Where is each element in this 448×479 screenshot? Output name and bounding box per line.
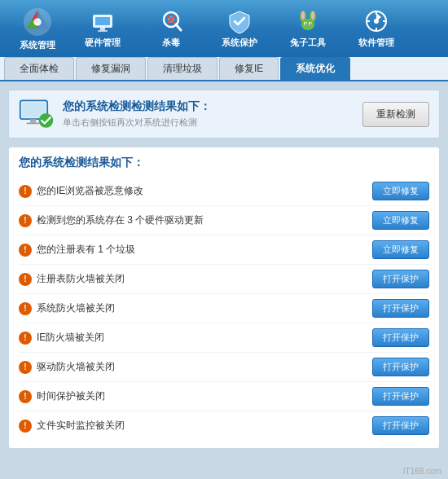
result-row-1: ! 检测到您的系统存在 3 个硬件驱动更新 立即修复 (19, 206, 429, 235)
row-text-1: 检测到您的系统存在 3 个硬件驱动更新 (37, 213, 204, 227)
svg-line-7 (176, 24, 181, 30)
nav-item-protect[interactable]: 系统保护 (207, 4, 272, 53)
summary-text: 您的系统检测检测结果如下： 单击右侧按钮再次对系统进行检测 (63, 99, 211, 129)
recheck-button[interactable]: 重新检测 (362, 102, 429, 127)
result-row-2: ! 您的注册表有 1 个垃圾 立即修复 (19, 235, 429, 265)
row-text-7: 时间保护被关闭 (37, 389, 105, 403)
action-btn-0[interactable]: 立即修复 (372, 182, 429, 200)
row-left-2: ! 您的注册表有 1 个垃圾 (19, 243, 372, 257)
main-content: 您的系统检测结果如下： ! 您的IE浏览器被恶意修改 立即修复 ! 检测到您的系… (8, 147, 440, 449)
row-text-3: 注册表防火墙被关闭 (37, 272, 125, 286)
row-left-6: ! 驱动防火墙被关闭 (19, 360, 372, 374)
result-row-3: ! 注册表防火墙被关闭 打开保护 (19, 265, 429, 294)
row-text-8: 文件实时监控被关闭 (37, 419, 125, 433)
tab-fullcheck[interactable]: 全面体检 (4, 57, 74, 80)
action-btn-1[interactable]: 立即修复 (372, 211, 429, 230)
svg-rect-3 (95, 17, 110, 25)
action-btn-7[interactable]: 打开保护 (372, 387, 429, 406)
warning-icon-3: ! (19, 273, 32, 286)
row-left-8: ! 文件实时监控被关闭 (19, 419, 372, 433)
action-btn-4[interactable]: 打开保护 (372, 299, 429, 318)
result-row-6: ! 驱动防火墙被关闭 打开保护 (19, 353, 429, 382)
svg-point-14 (301, 11, 305, 20)
svg-point-18 (305, 24, 307, 25)
row-text-0: 您的IE浏览器被恶意修改 (37, 184, 143, 198)
tab-repair[interactable]: 修复漏洞 (76, 57, 146, 80)
row-left-7: ! 时间保护被关闭 (19, 389, 372, 403)
logo-area: 系统管理 (8, 7, 67, 51)
logo-icon (22, 7, 53, 37)
tab-optimize[interactable]: 系统优化 (280, 57, 350, 80)
svg-point-15 (311, 11, 314, 20)
kill-icon (158, 8, 184, 34)
warning-icon-1: ! (19, 214, 32, 227)
summary-subtitle: 单击右侧按钮再次对系统进行检测 (63, 116, 211, 129)
row-left-1: ! 检测到您的系统存在 3 个硬件驱动更新 (19, 213, 372, 227)
nav-item-kill[interactable]: 杀毒 (138, 4, 204, 53)
action-btn-3[interactable]: 打开保护 (372, 270, 429, 288)
top-header: 系统管理 硬件管理 (0, 0, 448, 57)
nav-label-rabbit: 兔子工具 (290, 37, 326, 49)
result-row-5: ! IE防火墙被关闭 打开保护 (19, 323, 429, 353)
row-left-3: ! 注册表防火墙被关闭 (19, 272, 372, 286)
row-left-5: ! IE防火墙被关闭 (19, 331, 372, 345)
action-btn-2[interactable]: 立即修复 (372, 240, 429, 259)
nav-item-rabbit[interactable]: 兔子工具 (275, 4, 340, 53)
result-row-8: ! 文件实时监控被关闭 打开保护 (19, 411, 429, 440)
warning-icon-2: ! (19, 244, 32, 257)
tab-clean[interactable]: 清理垃圾 (147, 57, 217, 80)
svg-rect-28 (30, 119, 36, 122)
tab-fixie[interactable]: 修复IE (219, 57, 279, 80)
nav-label-kill: 杀毒 (162, 37, 180, 49)
logo-label: 系统管理 (20, 39, 55, 51)
warning-icon-0: ! (19, 185, 32, 198)
nav-item-software[interactable]: 软件管理 (344, 4, 409, 53)
nav-label-hardware: 硬件管理 (85, 37, 121, 49)
action-btn-8[interactable]: 打开保护 (372, 416, 429, 435)
nav-label-software: 软件管理 (358, 37, 394, 49)
summary-left: 您的系统检测检测结果如下： 单击右侧按钮再次对系统进行检测 (19, 99, 211, 130)
nav-item-hardware[interactable]: 硬件管理 (70, 4, 135, 53)
result-row-0: ! 您的IE浏览器被恶意修改 立即修复 (19, 177, 429, 206)
svg-point-19 (310, 24, 312, 25)
row-text-4: 系统防火墙被关闭 (37, 301, 115, 315)
svg-rect-5 (98, 30, 108, 32)
hardware-icon (90, 8, 116, 34)
watermark: IT168.com (403, 467, 441, 476)
warning-icon-5: ! (19, 332, 32, 345)
action-btn-6[interactable]: 打开保护 (372, 358, 429, 376)
summary-title: 您的系统检测检测结果如下： (63, 99, 211, 114)
warning-icon-6: ! (19, 361, 32, 374)
nav-label-protect: 系统保护 (222, 37, 257, 49)
row-text-5: IE防火墙被关闭 (37, 331, 104, 345)
row-left-0: ! 您的IE浏览器被恶意修改 (19, 184, 372, 198)
monitor-icon (19, 99, 55, 130)
tab-bar: 全面体检 修复漏洞 清理垃圾 修复IE 系统优化 (0, 57, 448, 81)
action-btn-5[interactable]: 打开保护 (372, 328, 429, 347)
warning-icon-4: ! (19, 302, 32, 315)
row-text-2: 您的注册表有 1 个垃圾 (37, 243, 135, 257)
result-row-4: ! 系统防火墙被关闭 打开保护 (19, 294, 429, 323)
svg-rect-29 (27, 123, 40, 125)
results-title: 您的系统检测结果如下： (19, 156, 429, 170)
rabbit-icon (295, 8, 321, 34)
protect-icon (226, 8, 253, 34)
software-icon (363, 8, 389, 34)
svg-point-1 (33, 18, 42, 26)
svg-rect-4 (100, 28, 105, 30)
result-row-7: ! 时间保护被关闭 打开保护 (19, 382, 429, 411)
row-left-4: ! 系统防火墙被关闭 (19, 301, 372, 315)
warning-icon-7: ! (19, 390, 32, 403)
row-text-6: 驱动防火墙被关闭 (37, 360, 115, 374)
summary-box: 您的系统检测检测结果如下： 单击右侧按钮再次对系统进行检测 重新检测 (8, 90, 440, 138)
svg-point-21 (374, 19, 379, 24)
warning-icon-8: ! (19, 420, 32, 433)
